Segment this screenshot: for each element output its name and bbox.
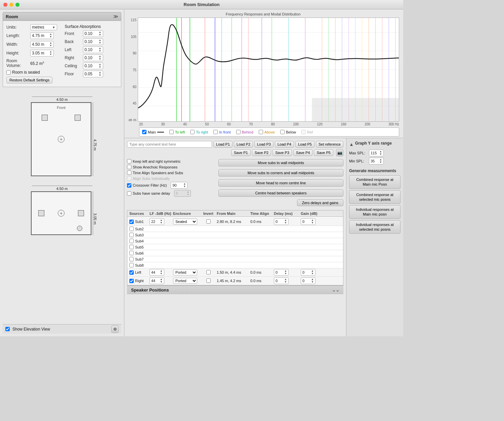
- sub2-checkbox[interactable]: [129, 227, 134, 231]
- sub1-gain-down[interactable]: ▼: [311, 222, 314, 224]
- sa-right-down[interactable]: ▼: [99, 58, 101, 61]
- subs-delay-down[interactable]: ▼: [186, 193, 189, 196]
- set-reference-button[interactable]: Set reference: [316, 141, 343, 148]
- sa-back-down[interactable]: ▼: [99, 42, 101, 44]
- sub3-checkbox[interactable]: [129, 233, 134, 237]
- speaker-positions-collapse[interactable]: ⌄⌄: [332, 288, 339, 293]
- left-checkbox[interactable]: [129, 270, 134, 275]
- align-subs-checkbox[interactable]: [127, 176, 131, 181]
- sa-row-front: Front 0.10 ▲ ▼: [65, 30, 118, 37]
- legend-ref-checkbox[interactable]: [301, 130, 306, 134]
- sa-front-down[interactable]: ▼: [99, 34, 101, 36]
- align-subs-label: Align Subs Individually: [133, 177, 170, 181]
- elevation-settings-icon[interactable]: ⚙: [111, 326, 119, 333]
- legend-right-checkbox[interactable]: [190, 130, 195, 134]
- sub1-checkbox[interactable]: [129, 220, 134, 224]
- move-subs-corners-button[interactable]: Move subs to corners and wall midpoints: [218, 169, 343, 177]
- comment-input[interactable]: [127, 141, 212, 148]
- length-down[interactable]: ▼: [49, 36, 52, 38]
- load-p1-button[interactable]: Load P1: [213, 141, 233, 148]
- show-elevation-label: Show Elevation View: [12, 327, 50, 332]
- right-checkbox[interactable]: [129, 279, 134, 283]
- sub8-checkbox[interactable]: [129, 263, 134, 267]
- side-view-diagram: 4.50 m 3.05 m: [31, 186, 93, 235]
- save-p5-button[interactable]: Save P5: [314, 149, 333, 156]
- anechoic-checkbox[interactable]: [127, 165, 131, 169]
- legend-left-checkbox[interactable]: [169, 130, 174, 134]
- left-enclosure-select[interactable]: Ported Sealed: [173, 269, 197, 275]
- legend-behind-checkbox[interactable]: [236, 130, 241, 134]
- height-down[interactable]: ▼: [49, 53, 52, 56]
- room-collapse-icon[interactable]: ≫: [113, 14, 118, 19]
- camera-icon-button[interactable]: 📷: [336, 149, 343, 156]
- save-p1-button[interactable]: Save P1: [231, 149, 251, 156]
- legend-main-checkbox[interactable]: [142, 130, 146, 134]
- save-p4-button[interactable]: Save P4: [293, 149, 313, 156]
- header-delay: Delay (ms): [274, 212, 301, 216]
- left-invert-checkbox[interactable]: [206, 270, 211, 274]
- sa-ceiling-down[interactable]: ▼: [99, 66, 101, 69]
- sub1-invert-checkbox[interactable]: [206, 219, 211, 224]
- max-spl-down[interactable]: ▼: [379, 153, 382, 156]
- zero-delays-button[interactable]: Zero delays and gains: [297, 199, 343, 206]
- sub5-checkbox[interactable]: [129, 245, 134, 249]
- sub6-checkbox[interactable]: [129, 251, 134, 255]
- legend-below-checkbox[interactable]: [280, 130, 285, 134]
- sub1-lf-down[interactable]: ▼: [160, 222, 163, 224]
- close-button[interactable]: [3, 3, 7, 7]
- load-p2-button[interactable]: Load P2: [234, 141, 253, 148]
- units-dropdown-icon[interactable]: ▼: [52, 26, 55, 29]
- legend-above: Above: [259, 130, 275, 134]
- keep-symmetric-checkbox[interactable]: [127, 159, 131, 163]
- move-subs-wall-button[interactable]: Move subs to wall midpoints: [218, 159, 343, 166]
- right-gain-down[interactable]: ▼: [311, 281, 314, 283]
- sub4-checkbox[interactable]: [129, 239, 134, 243]
- min-spl-down[interactable]: ▼: [379, 161, 382, 164]
- width-down[interactable]: ▼: [49, 44, 52, 47]
- save-p2-button[interactable]: Save P2: [252, 149, 271, 156]
- move-head-centre-button[interactable]: Move head to room centre line: [218, 179, 343, 187]
- sub1-delay-down[interactable]: ▼: [284, 222, 287, 224]
- load-p4-button[interactable]: Load P4: [275, 141, 294, 148]
- right-delay-down[interactable]: ▼: [284, 281, 287, 283]
- sealed-checkbox[interactable]: [6, 70, 11, 75]
- max-spl-row: Max SPL: 115 ▲ ▼: [349, 150, 401, 156]
- left-gain-down[interactable]: ▼: [311, 272, 314, 275]
- sub1-enclosure-select[interactable]: Sealed Ported: [173, 219, 197, 225]
- maximize-button[interactable]: [15, 3, 19, 7]
- opt-align-subs: Align Subs Individually: [127, 176, 214, 181]
- right-lf-down[interactable]: ▼: [160, 281, 163, 283]
- gen-individual-selected-button[interactable]: Individual responses atselected mic posn…: [349, 220, 401, 234]
- load-p3-button[interactable]: Load P3: [254, 141, 274, 148]
- crossover-checkbox[interactable]: [127, 183, 131, 188]
- gen-individual-main-button[interactable]: Individual responses atMain mic posn: [349, 205, 401, 219]
- top-height-label: 4.75 m: [93, 139, 97, 151]
- sub7-checkbox[interactable]: [129, 257, 134, 261]
- restore-defaults-button[interactable]: Restore Default Settings: [6, 77, 52, 83]
- window-title: Room Simulation: [184, 2, 220, 7]
- left-lf-down[interactable]: ▼: [160, 272, 163, 275]
- y-axis-expand-icon[interactable]: ▲: [349, 142, 354, 147]
- centre-head-button[interactable]: Centre head between speakers: [218, 189, 343, 197]
- show-elevation-checkbox[interactable]: [5, 327, 10, 331]
- window-controls[interactable]: [3, 3, 19, 7]
- right-enclosure-select[interactable]: Ported Sealed: [173, 278, 197, 284]
- right-invert-checkbox[interactable]: [206, 278, 211, 283]
- legend-above-checkbox[interactable]: [259, 130, 263, 134]
- legend-front-checkbox[interactable]: [213, 130, 218, 134]
- gen-combined-selected-button[interactable]: Combined response atselected mic posns: [349, 190, 401, 204]
- left-delay-down[interactable]: ▼: [284, 272, 287, 275]
- height-row: Height: 3.05 m ▲ ▼: [6, 50, 59, 56]
- gen-combined-main-button[interactable]: Combined response atMain mic Posn: [349, 175, 401, 189]
- time-align-checkbox[interactable]: [127, 170, 131, 175]
- subs-delay-checkbox[interactable]: [127, 191, 131, 196]
- sa-left-down[interactable]: ▼: [99, 50, 101, 52]
- minimize-button[interactable]: [9, 3, 13, 7]
- crossover-down[interactable]: ▼: [183, 185, 186, 188]
- sa-floor-down[interactable]: ▼: [99, 74, 101, 77]
- side-sub: [77, 226, 82, 231]
- load-p5-button[interactable]: Load P5: [295, 141, 314, 148]
- header-invert: Invert: [200, 212, 217, 216]
- save-p3-button[interactable]: Save P3: [272, 149, 292, 156]
- diagram-area: 4.50 m Front 4.75 m: [3, 87, 121, 324]
